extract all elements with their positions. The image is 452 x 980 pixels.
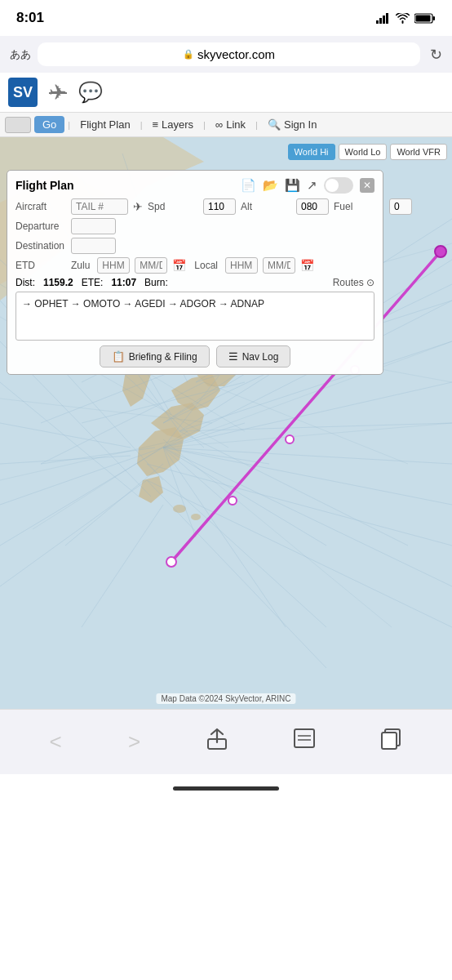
plane-toolbar-icon[interactable]: ✈ xyxy=(49,80,67,105)
navlog-icon: ☰ xyxy=(228,350,238,363)
go-button[interactable]: Go xyxy=(34,116,64,133)
svg-rect-6 xyxy=(416,15,431,21)
share-button[interactable] xyxy=(206,728,228,756)
fp-zulu-label: Zulu xyxy=(71,260,90,271)
svg-point-71 xyxy=(228,497,237,505)
browser-lang: ああ xyxy=(10,47,31,62)
fp-tail-input[interactable] xyxy=(71,198,128,215)
fp-etd-label: ETD xyxy=(16,260,66,271)
wifi-icon xyxy=(396,13,410,24)
home-indicator xyxy=(0,774,452,802)
fp-dist-row: Dist: 1159.2 ETE: 11:07 Burn: Routes ⊙ xyxy=(16,277,374,288)
fp-plane-icon: ✈ xyxy=(133,200,143,213)
fp-local-cal-icon[interactable]: 📅 xyxy=(300,259,314,272)
fp-aircraft-label: Aircraft xyxy=(16,201,66,212)
world-hi-button[interactable]: World Hi xyxy=(288,144,335,160)
link-tab[interactable]: ∞ Link xyxy=(209,116,252,133)
fp-header: Flight Plan 📄 📂 💾 ↗ ✕ xyxy=(16,177,374,194)
browser-url-box[interactable]: 🔒 skyvector.com xyxy=(38,42,420,66)
fp-fuel-input[interactable] xyxy=(389,198,412,215)
svg-point-9 xyxy=(191,514,201,520)
fp-toggle-knob xyxy=(326,179,339,192)
world-lo-button[interactable]: World Lo xyxy=(339,144,388,160)
fp-actions: 📋 Briefing & Filing ☰ Nav Log xyxy=(16,345,374,368)
sign-in-icon: 🔍 xyxy=(268,118,281,131)
fp-departure-row: Departure xyxy=(16,218,374,234)
svg-point-70 xyxy=(166,557,176,567)
svg-point-74 xyxy=(435,246,446,257)
browser-bar: ああ 🔒 skyvector.com ↻ xyxy=(0,36,452,73)
svg-rect-2 xyxy=(383,16,385,24)
forward-button[interactable]: > xyxy=(128,729,140,755)
fp-waypoints[interactable]: → OPHET → OMOTO → AGEDI → ADGOR → ADNAP xyxy=(16,292,374,341)
fp-destination-input[interactable] xyxy=(71,238,116,254)
info-toolbar-icon[interactable]: 💬 xyxy=(78,81,103,104)
fp-routes-link[interactable]: Routes ⊙ xyxy=(333,277,374,288)
fp-zulu-mmdd-input[interactable] xyxy=(135,257,167,274)
fp-zulu-hhmm-input[interactable] xyxy=(97,257,130,274)
svg-rect-82 xyxy=(382,733,397,749)
svg-rect-78 xyxy=(295,729,314,747)
signal-icon xyxy=(376,13,391,24)
fp-dist-label: Dist: xyxy=(16,277,35,288)
fp-open-icon[interactable]: 📂 xyxy=(263,178,278,193)
link-icon: ∞ xyxy=(215,118,223,131)
fp-toggle[interactable] xyxy=(324,177,353,194)
fp-ete-value: 11:07 xyxy=(111,277,136,288)
top-bar: Go | Flight Plan | ≡ Layers | ∞ Link | 🔍… xyxy=(0,113,452,137)
map-container[interactable]: World Hi World Lo World VFR Flight Plan … xyxy=(0,137,452,709)
reload-icon[interactable]: ↻ xyxy=(430,46,442,64)
svg-rect-5 xyxy=(433,16,436,20)
sign-in-tab[interactable]: 🔍 Sign In xyxy=(261,116,323,133)
tabs-button[interactable] xyxy=(381,728,402,755)
fp-local-hhmm-input[interactable] xyxy=(225,257,258,274)
nav-log-button[interactable]: ☰ Nav Log xyxy=(216,345,291,368)
back-button[interactable]: < xyxy=(50,729,62,755)
world-buttons: World Hi World Lo World VFR xyxy=(288,144,447,160)
svg-point-72 xyxy=(286,435,294,443)
briefing-icon: 📋 xyxy=(112,350,125,363)
fp-etd-row: ETD Zulu 📅 Local 📅 xyxy=(16,257,374,274)
svg-rect-3 xyxy=(386,13,388,24)
briefing-filing-button[interactable]: 📋 Briefing & Filing xyxy=(100,345,210,368)
sv-logo[interactable]: SV xyxy=(8,78,38,107)
bookmarks-button[interactable] xyxy=(294,728,315,755)
nav-toolbar: SV ✈ 💬 xyxy=(0,73,452,113)
fp-departure-input[interactable] xyxy=(71,218,116,234)
status-time: 8:01 xyxy=(16,10,44,26)
fp-share-icon[interactable]: ↗ xyxy=(307,178,317,193)
fp-spd-input[interactable] xyxy=(203,198,236,215)
fp-new-icon[interactable]: 📄 xyxy=(241,178,256,193)
search-input-placeholder[interactable] xyxy=(5,117,31,133)
fp-destination-label: Destination xyxy=(16,240,66,252)
fp-departure-label: Departure xyxy=(16,220,66,232)
world-vfr-button[interactable]: World VFR xyxy=(390,144,447,160)
status-icons xyxy=(376,13,436,24)
svg-rect-0 xyxy=(376,20,379,24)
layers-tab[interactable]: ≡ Layers xyxy=(145,116,200,133)
fp-destination-row: Destination xyxy=(16,238,374,254)
home-bar xyxy=(173,786,279,791)
fp-close-button[interactable]: ✕ xyxy=(360,178,374,193)
fp-local-label: Local xyxy=(194,260,218,271)
fp-save-icon[interactable]: 💾 xyxy=(285,178,300,193)
bottom-bar: < > xyxy=(0,709,452,774)
fp-dist-value: 1159.2 xyxy=(43,277,73,288)
map-credit: Map Data ©2024 SkyVector, ARINC xyxy=(156,693,295,704)
fp-alt-label: Alt xyxy=(241,201,291,212)
fp-zulu-cal-icon[interactable]: 📅 xyxy=(172,259,186,272)
fp-ete-label: ETE: xyxy=(82,277,104,288)
flight-plan-panel: Flight Plan 📄 📂 💾 ↗ ✕ Aircraft ✈ Spd Alt… xyxy=(7,170,383,375)
fp-burn-label: Burn: xyxy=(144,277,168,288)
layers-icon: ≡ xyxy=(152,118,158,131)
battery-icon xyxy=(414,13,436,24)
fp-alt-input[interactable] xyxy=(296,198,329,215)
status-bar: 8:01 xyxy=(0,0,452,36)
fp-spd-label: Spd xyxy=(148,201,198,212)
fp-title: Flight Plan xyxy=(16,179,74,192)
fp-fuel-label: Fuel xyxy=(334,201,384,212)
fp-header-icons: 📄 📂 💾 ↗ ✕ xyxy=(241,177,374,194)
svg-point-8 xyxy=(173,505,186,513)
flight-plan-tab[interactable]: Flight Plan xyxy=(73,116,136,133)
fp-local-mmdd-input[interactable] xyxy=(263,257,295,274)
